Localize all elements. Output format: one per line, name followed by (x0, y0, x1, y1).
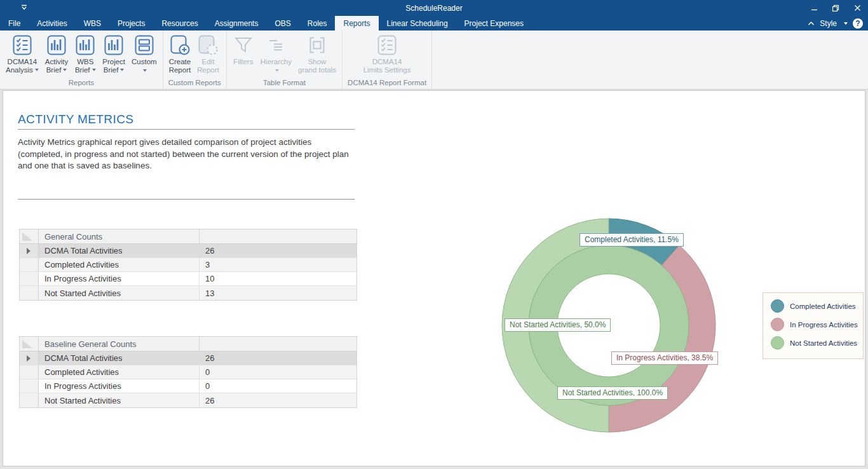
tabbar-right-controls: Style ? (808, 16, 868, 31)
row-selector-cell[interactable] (20, 379, 39, 393)
table-header-row: General Counts (20, 229, 356, 244)
window-controls (803, 0, 868, 16)
row-selector-cell[interactable] (20, 258, 39, 271)
table-row[interactable]: In Progress Activities 10 (20, 272, 356, 286)
legend-item-in-progress: In Progress Activities (771, 318, 863, 331)
grand-totals-icon (306, 34, 328, 56)
ribbon-group-label: DCMA14 Report Format (342, 78, 431, 89)
report-content-panel: ACTIVITY METRICS Activity Metrics graphi… (3, 90, 865, 466)
chart-legend: Completed Activities In Progress Activit… (763, 292, 864, 359)
table-header-label: Baseline General Counts (39, 337, 200, 351)
ribbon: DCMA14 Analysis Activity Brief WBS (0, 31, 868, 90)
chart-label-completed: Completed Activities, 11.5% (580, 233, 684, 247)
general-counts-table: General Counts DCMA Total Activities 26 … (19, 229, 357, 301)
style-dropdown[interactable]: Style (820, 19, 837, 28)
window-titlebar: ScheduleReader (0, 0, 868, 16)
checklist-icon (11, 34, 33, 56)
checklist-icon (376, 34, 398, 56)
tab-resources[interactable]: Resources (153, 16, 206, 31)
ribbon-group-label: Table Format (227, 78, 342, 89)
quick-access-toolbar-icon[interactable] (19, 4, 29, 13)
tab-project-expenses[interactable]: Project Expenses (456, 16, 532, 31)
close-button[interactable] (846, 0, 868, 16)
row-selector-cell[interactable] (20, 272, 39, 285)
chart-label-in-progress: In Progress Activities, 38.5% (611, 351, 718, 365)
show-grand-totals-button: Show grand totals (295, 34, 339, 75)
dropdown-caret-icon (92, 69, 96, 71)
style-caret-icon[interactable] (844, 22, 848, 25)
custom-report-button[interactable]: Custom (128, 34, 160, 75)
table-row[interactable]: DCMA Total Activities 26 (20, 244, 356, 258)
project-brief-button[interactable]: Project Brief (99, 34, 128, 75)
minimize-button[interactable] (803, 0, 825, 16)
tab-activities[interactable]: Activities (29, 16, 75, 31)
hierarchy-icon (265, 34, 287, 56)
tab-assignments[interactable]: Assignments (207, 16, 267, 31)
tab-obs[interactable]: OBS (266, 16, 299, 31)
current-row-arrow-icon (27, 355, 31, 362)
current-row-arrow-icon (27, 248, 31, 254)
bar-chart-icon (103, 34, 125, 56)
dropdown-caret-icon (143, 69, 147, 72)
title-divider (18, 129, 355, 130)
legend-item-completed: Completed Activities (771, 299, 863, 313)
baseline-general-counts-table: Baseline General Counts DCMA Total Activ… (19, 336, 357, 408)
dcma14-analysis-button[interactable]: DCMA14 Analysis (3, 34, 42, 75)
restore-button[interactable] (825, 0, 846, 16)
completed-swatch-icon (771, 299, 784, 313)
ribbon-group-table-format: Filters Hierarchy Show grand totals Tabl… (227, 31, 342, 89)
report-description: Activity Metrics graphical report gives … (18, 137, 351, 172)
ribbon-group-dcma14-report-format: DCMA14 Limits Settings DCMA14 Report For… (342, 31, 432, 89)
ribbon-group-custom-reports: Create Report Edit Report Custom Reports (163, 31, 227, 89)
dropdown-caret-icon (120, 69, 124, 71)
create-report-button[interactable]: Create Report (166, 34, 194, 75)
tab-linear-scheduling[interactable]: Linear Scheduling (379, 16, 456, 31)
table-row[interactable]: DCMA Total Activities 26 (20, 351, 356, 365)
edit-report-button: Edit Report (194, 34, 222, 75)
row-selector-cell[interactable] (20, 365, 39, 379)
table-row[interactable]: Not Started Activities 26 (20, 393, 356, 407)
corner-triangle-icon (22, 233, 32, 241)
row-selector-cell[interactable] (20, 286, 39, 300)
ribbon-group-label: Reports (0, 78, 163, 89)
table-row[interactable]: Completed Activities 3 (20, 258, 356, 272)
table-header-row: Baseline General Counts (20, 337, 356, 351)
window-title: ScheduleReader (0, 4, 868, 13)
row-selector-cell[interactable] (20, 393, 39, 407)
create-report-icon (169, 34, 191, 56)
table-header-label: General Counts (39, 229, 200, 243)
bar-chart-icon (74, 34, 96, 56)
bar-chart-icon (46, 34, 67, 56)
page-title: ACTIVITY METRICS (18, 112, 133, 126)
ribbon-group-reports: DCMA14 Analysis Activity Brief WBS (0, 31, 163, 89)
dcma14-limits-settings-button: DCMA14 Limits Settings (360, 34, 414, 75)
filters-button: Filters (229, 34, 257, 67)
tab-roles[interactable]: Roles (299, 16, 336, 31)
table-corner-cell[interactable] (20, 337, 39, 351)
wbs-brief-button[interactable]: WBS Brief (71, 34, 99, 75)
dropdown-caret-icon (63, 69, 67, 71)
activity-brief-button[interactable]: Activity Brief (42, 34, 71, 75)
legend-item-not-started: Not Started Activities (771, 336, 863, 350)
table-row[interactable]: In Progress Activities 0 (20, 379, 356, 393)
edit-report-icon (197, 34, 219, 56)
tab-wbs[interactable]: WBS (76, 16, 109, 31)
tab-projects[interactable]: Projects (109, 16, 153, 31)
table-row[interactable]: Not Started Activities 13 (20, 286, 356, 300)
table-row[interactable]: Completed Activities 0 (20, 365, 356, 379)
hierarchy-button: Hierarchy (257, 34, 295, 75)
filter-icon (233, 34, 254, 56)
collapse-ribbon-icon[interactable] (808, 21, 815, 26)
tab-file[interactable]: File (0, 16, 29, 31)
corner-triangle-icon (22, 340, 32, 348)
table-corner-cell[interactable] (20, 229, 39, 243)
ribbon-tab-bar: File Activities WBS Projects Resources A… (0, 16, 868, 31)
table-header-value (200, 337, 356, 351)
tab-reports[interactable]: Reports (335, 16, 378, 31)
table-header-value (200, 229, 356, 243)
stacked-list-icon (133, 34, 155, 56)
row-selector-cell[interactable] (20, 244, 39, 257)
chart-label-not-started-100: Not Started Activities, 100.0% (557, 386, 668, 400)
help-icon[interactable]: ? (853, 18, 863, 29)
row-selector-cell[interactable] (20, 351, 39, 365)
